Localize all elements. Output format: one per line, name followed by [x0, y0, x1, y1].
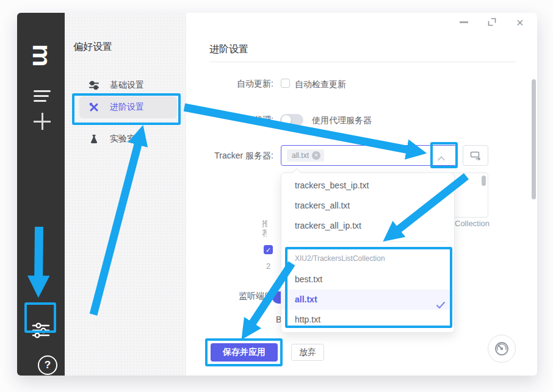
auto-update-label: 自动更新: [195, 79, 273, 90]
sidebar-item-label: 实验室 [110, 134, 136, 144]
annotation-box-chevron [430, 142, 458, 168]
sync-trackers-button[interactable] [463, 145, 488, 166]
selected-tracker-tag: all.txt × [287, 149, 324, 162]
help-icon[interactable]: ? [38, 355, 57, 375]
close-icon[interactable]: × [516, 16, 524, 29]
sidebar-title: 偏好设置 [73, 41, 112, 54]
motrix-logo: m [28, 42, 55, 69]
maximize-icon[interactable] [488, 18, 496, 29]
annotation-box-advanced-item [72, 93, 181, 125]
hint-text-fragment: 2 [266, 262, 272, 271]
title-divider [209, 62, 516, 62]
preferences-sidebar: 偏好设置 基础设置 进阶设置 [65, 13, 186, 376]
auto-sync-trackers-checkbox[interactable]: ✓ [264, 245, 273, 254]
dropdown-option[interactable]: trackers_best_ip.txt [281, 176, 454, 196]
listen-port-label: 监听端口: [197, 291, 275, 302]
dropdown-option[interactable]: trackers_all.txt [281, 196, 454, 216]
motrix-preferences-window: m ? 偏好设置 基础设置 [0, 0, 553, 392]
annotation-box-preferences-icon [24, 302, 56, 333]
minimize-icon[interactable] [460, 21, 468, 23]
lab-flask-icon [89, 134, 99, 144]
toggles-icon [89, 80, 99, 91]
main-scrollbar-thumb[interactable] [532, 79, 536, 199]
sidebar-item-label: 基础设置 [110, 80, 144, 91]
sidebar-item-lab[interactable]: 实验室 [79, 128, 177, 150]
tracker-server-label: Tracker 服务器: [195, 151, 273, 162]
annotation-box-dropdown-group [285, 247, 452, 328]
annotation-box-save-button [205, 338, 283, 366]
add-task-icon[interactable] [34, 113, 51, 130]
proxy-toggle[interactable] [280, 114, 303, 126]
auto-check-update-option: 自动检查更新 [295, 79, 346, 90]
task-list-icon[interactable] [34, 90, 51, 102]
speedometer-button[interactable] [488, 335, 516, 363]
hint-text-fragment: 荐 [262, 228, 267, 239]
hint-text-fragment: Collection [455, 219, 491, 228]
dropdown-option[interactable]: trackers_all_ip.txt [281, 216, 454, 236]
proxy-option: 使用代理服务器 [312, 115, 372, 126]
auto-check-update-checkbox[interactable] [281, 79, 290, 88]
page-title: 进阶设置 [209, 43, 248, 56]
proxy-label: 代理: [195, 115, 273, 126]
tag-close-icon[interactable]: × [312, 151, 320, 160]
textarea-scrollbar-thumb[interactable] [482, 176, 486, 186]
dropdown-group-divider [289, 241, 447, 242]
discard-button[interactable]: 放弃 [291, 344, 324, 361]
